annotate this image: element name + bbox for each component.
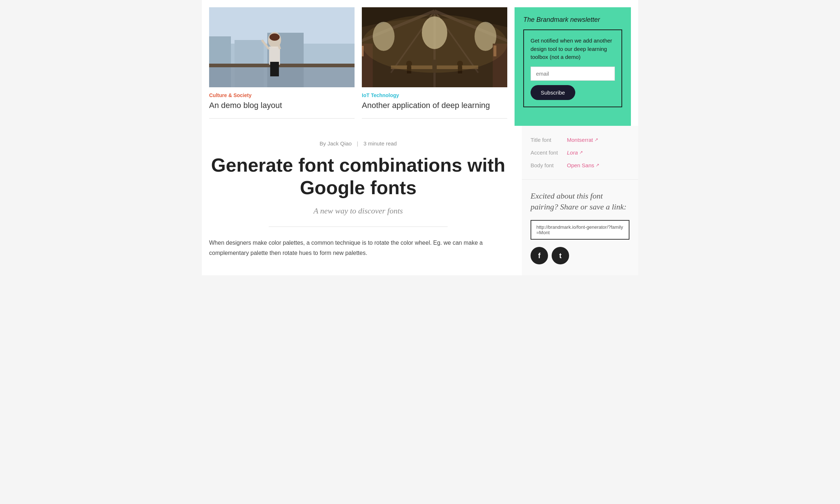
font-row-body: Body font Open Sans ↗ xyxy=(531,162,629,168)
font-row-title: Title font Montserrat ↗ xyxy=(531,137,629,143)
main-section: By Jack Qiao | 3 minute read Generate fo… xyxy=(202,126,638,276)
share-panel: Excited about this font pairing? Share o… xyxy=(522,180,638,276)
blog-card-iot[interactable]: IoT Technology Another application of de… xyxy=(362,7,507,126)
svg-point-31 xyxy=(362,15,507,73)
card-title-iot: Another application of deep learning xyxy=(362,100,507,111)
blog-card-culture[interactable]: Culture & Society An demo blog layout xyxy=(209,7,355,126)
share-title: Excited about this font pairing? Share o… xyxy=(531,191,629,213)
article-author: By Jack Qiao xyxy=(320,140,352,147)
article-main: By Jack Qiao | 3 minute read Generate fo… xyxy=(202,126,522,276)
page-wrapper: Culture & Society An demo blog layout xyxy=(202,0,638,275)
share-url-box[interactable]: http://brandmark.io/font-generator/?fami… xyxy=(531,220,629,240)
title-font-label: Title font xyxy=(531,137,567,143)
newsletter-email-input[interactable] xyxy=(531,67,615,81)
top-section: Culture & Society An demo blog layout xyxy=(202,0,638,126)
body-font-label: Body font xyxy=(531,162,567,168)
newsletter-box: Get notified when we add another design … xyxy=(523,29,622,107)
facebook-button[interactable]: f xyxy=(531,247,548,264)
accent-font-link[interactable]: Lora xyxy=(567,149,578,156)
article-subtitle: A new way to discover fonts xyxy=(209,206,507,216)
svg-rect-5 xyxy=(209,65,355,87)
accent-font-label: Accent font xyxy=(531,149,567,156)
article-divider xyxy=(269,227,448,227)
subscribe-button[interactable]: Subscribe xyxy=(531,85,575,100)
article-read-time: 3 minute read xyxy=(363,140,397,147)
article-meta: By Jack Qiao | 3 minute read xyxy=(209,140,507,147)
title-font-external-icon: ↗ xyxy=(595,137,598,142)
meta-separator: | xyxy=(357,140,358,147)
twitter-button[interactable]: t xyxy=(552,247,569,264)
card-category-culture: Culture & Society xyxy=(209,92,355,98)
right-sidebar: Title font Montserrat ↗ Accent font Lora… xyxy=(522,126,638,276)
svg-rect-6 xyxy=(209,64,355,67)
title-font-link[interactable]: Montserrat xyxy=(567,137,593,143)
svg-point-11 xyxy=(269,33,280,41)
card-divider-culture xyxy=(209,118,355,119)
accent-font-external-icon: ↗ xyxy=(579,150,583,155)
svg-rect-12 xyxy=(270,62,275,76)
card-divider-iot xyxy=(362,118,507,119)
font-panel: Title font Montserrat ↗ Accent font Lora… xyxy=(522,126,638,180)
social-buttons: f t xyxy=(531,247,629,264)
newsletter-description: Get notified when we add another design … xyxy=(531,37,615,61)
svg-rect-13 xyxy=(275,62,279,76)
blog-cards: Culture & Society An demo blog layout xyxy=(209,7,507,126)
newsletter-title: The Brandmark newsletter xyxy=(523,16,622,24)
card-category-iot: IoT Technology xyxy=(362,92,507,98)
card-title-culture: An demo blog layout xyxy=(209,100,355,111)
card-image-culture xyxy=(209,7,355,87)
body-font-external-icon: ↗ xyxy=(596,163,599,168)
newsletter-sidebar: The Brandmark newsletter Get notified wh… xyxy=(515,7,631,126)
card-image-iot xyxy=(362,7,507,87)
font-row-accent: Accent font Lora ↗ xyxy=(531,149,629,156)
article-body: When designers make color palettes, a co… xyxy=(209,238,507,257)
body-font-link[interactable]: Open Sans xyxy=(567,162,594,168)
article-title: Generate font combinations with Google f… xyxy=(209,154,507,199)
